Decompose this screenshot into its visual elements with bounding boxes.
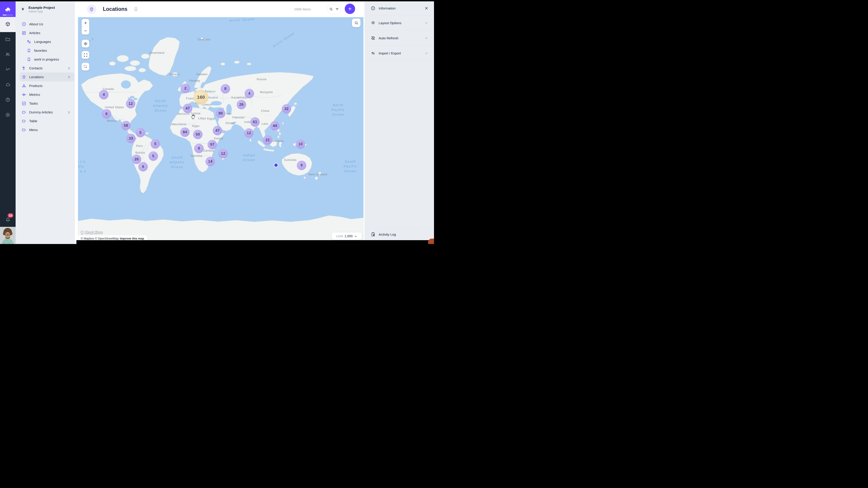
fullscreen-button[interactable] xyxy=(82,51,89,59)
map-cluster[interactable]: 12 xyxy=(218,149,228,158)
map-cluster[interactable]: 21 xyxy=(263,135,272,145)
map-cluster[interactable]: 6 xyxy=(102,109,111,119)
panel-section-layout-options[interactable]: Layout Options xyxy=(365,15,434,31)
add-item-button[interactable] xyxy=(345,4,355,14)
map-cluster[interactable]: 47 xyxy=(213,126,222,135)
map-cluster[interactable]: 14 xyxy=(206,157,215,166)
map-cluster[interactable]: 5 xyxy=(135,128,145,137)
map-label-country: Australia xyxy=(284,158,296,162)
main-content: Locations 1000 Items xyxy=(75,1,365,244)
map-cluster[interactable]: 8 xyxy=(221,84,230,94)
map-label-country: Svalbard xyxy=(197,38,210,41)
map-label-country: Libya xyxy=(198,117,206,120)
project-switcher[interactable]: Example Project Admin App xyxy=(16,1,75,17)
map-label-country: Egypt xyxy=(207,117,215,120)
sidebar-item-contacts[interactable]: Contacts xyxy=(16,64,74,72)
filter-button[interactable] xyxy=(335,7,339,11)
rail-item-settings[interactable] xyxy=(0,108,16,123)
search-button[interactable] xyxy=(329,7,333,11)
zoom-controls xyxy=(82,19,89,35)
map-cluster[interactable]: 33 xyxy=(126,134,135,143)
map-search-button[interactable] xyxy=(352,19,361,27)
sidebar-item-about-us[interactable]: About Us xyxy=(16,20,74,29)
map-cluster[interactable]: 5 xyxy=(151,139,160,149)
map-cluster[interactable]: 9 xyxy=(194,144,204,153)
map-cluster[interactable]: 84 xyxy=(180,127,190,137)
sidebar-item-label: Tasks xyxy=(29,101,38,105)
rail-item-insights[interactable] xyxy=(0,62,16,77)
rail-item-help[interactable] xyxy=(0,93,16,108)
chevron-down-icon[interactable] xyxy=(424,36,429,40)
map-cluster[interactable]: 47 xyxy=(183,104,192,113)
map-label-country: Sweden xyxy=(196,72,208,76)
panel-section-label: Auto Refresh xyxy=(379,36,399,40)
map-cluster[interactable]: 32 xyxy=(282,104,291,113)
rail-item-modules[interactable] xyxy=(0,17,16,32)
map-cluster[interactable]: 12 xyxy=(126,99,135,108)
sidebar-item-articles[interactable]: Articles xyxy=(16,29,74,37)
panel-section-auto-refresh[interactable]: Auto Refresh xyxy=(365,31,434,46)
zoom-in-button[interactable] xyxy=(82,19,89,27)
map-label-country: Norway xyxy=(189,79,200,82)
map-cluster[interactable]: 4 xyxy=(245,89,254,98)
map-cluster[interactable]: 4 xyxy=(99,90,108,99)
map-cluster[interactable]: 44 xyxy=(270,121,280,131)
map-cluster[interactable]: 90 xyxy=(216,109,225,118)
map-cluster[interactable]: 2 xyxy=(181,84,190,93)
notifications-button[interactable]: 13 xyxy=(0,213,16,227)
sidebar-item-metrics[interactable]: Metrics xyxy=(16,90,74,99)
chevron-down-icon[interactable] xyxy=(424,21,429,25)
box-select-button[interactable] xyxy=(82,63,89,70)
rail-item-cloud[interactable] xyxy=(0,77,16,93)
sidebar-item-dummy-articles[interactable]: Dummy Articles xyxy=(16,108,74,117)
rail-item-files[interactable] xyxy=(0,32,16,47)
limit-select[interactable]: Limit 1,000 xyxy=(332,232,362,240)
sidebar-item-products[interactable]: Products xyxy=(16,81,74,90)
map-canvas[interactable]: GreenlandSvalbardIcelandSwedenNorwayRuss… xyxy=(78,17,364,241)
sidebar-item-table[interactable]: Table xyxy=(16,117,74,125)
locate-button[interactable] xyxy=(82,40,89,47)
close-icon[interactable] xyxy=(424,6,429,10)
improve-map-link[interactable]: Improve this map xyxy=(120,237,144,240)
zoom-out-button[interactable] xyxy=(82,27,89,35)
map-cluster[interactable]: 26 xyxy=(237,100,246,109)
panel-section-information[interactable]: Information xyxy=(365,1,434,15)
avatar[interactable] xyxy=(0,227,16,244)
sidebar-item-languages[interactable]: Languages xyxy=(16,37,74,46)
map-cluster[interactable]: 26 xyxy=(132,155,141,164)
map-cluster[interactable]: 160 xyxy=(193,90,209,105)
sidebar-item-menu[interactable]: Menu xyxy=(16,125,74,134)
sidebar-item-favorites[interactable]: favorites xyxy=(16,46,74,55)
search-icon xyxy=(329,7,333,11)
map-point-marker[interactable] xyxy=(274,164,278,167)
map-cluster[interactable]: 6 xyxy=(138,162,148,171)
map-cluster[interactable]: 97 xyxy=(208,140,217,149)
cube-icon xyxy=(5,22,10,28)
map-cluster[interactable]: 61 xyxy=(250,117,260,127)
sidebar-item-work-in-progress[interactable]: work in progress xyxy=(16,55,74,64)
map-cluster[interactable]: 58 xyxy=(121,121,131,130)
tag-icon xyxy=(22,119,26,123)
chevron-right-icon xyxy=(67,110,71,114)
map-label-country: Iran xyxy=(226,112,231,115)
map-cluster[interactable]: 12 xyxy=(244,128,254,138)
activity-log-button[interactable]: Activity Log xyxy=(365,228,434,240)
map-cluster[interactable]: 9 xyxy=(297,161,306,170)
plus-icon xyxy=(347,6,352,11)
rail-item-users[interactable] xyxy=(0,47,16,62)
sidebar-item-locations[interactable]: Locations xyxy=(20,72,74,81)
map-cluster[interactable]: 10 xyxy=(296,139,305,149)
chevron-right-icon xyxy=(67,66,71,70)
map-cluster[interactable]: 5 xyxy=(149,151,158,161)
insights-icon xyxy=(5,67,10,73)
page-icon-button[interactable] xyxy=(87,5,96,14)
logo-progress-bar xyxy=(3,15,13,15)
chevron-right-icon xyxy=(67,75,71,79)
panel-section-import-export[interactable]: Import / Export xyxy=(365,46,434,61)
maplibre-watermark: MapLibre xyxy=(80,230,103,235)
chevron-down-icon[interactable] xyxy=(424,51,429,55)
app-logo[interactable] xyxy=(0,1,16,17)
sidebar-item-tasks[interactable]: Tasks xyxy=(16,99,74,108)
map-cluster[interactable]: 50 xyxy=(193,130,203,139)
bookmark-icon[interactable] xyxy=(133,7,138,12)
